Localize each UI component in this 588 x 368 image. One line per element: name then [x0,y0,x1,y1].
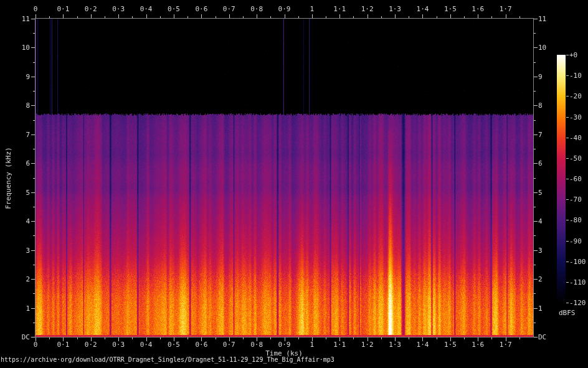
x-axis-tick-label-bottom: 1·3 [389,341,401,349]
y-axis-tick-label-left: 8 [26,101,30,110]
x-axis-tick-label-bottom: 0·3 [112,341,125,349]
x-axis-tick-label-bottom: 0·2 [85,341,97,349]
y-axis-tick-label-left: 1 [26,304,30,313]
x-axis-tick-label-top: 1·6 [472,5,484,13]
y-axis-tick-label-left: 10 [22,44,30,52]
colorbar-tick-label: -10 [569,72,582,80]
y-axis-tick-label-left: 9 [26,73,30,81]
colorbar-tick-label: -40 [569,134,582,142]
y-axis-tick-label-right: 10 [538,44,546,52]
x-axis-tick-label-bottom: 1·5 [444,341,457,349]
y-axis-title: Frequency (kHz) [4,138,13,219]
x-axis-tick-label-top: 0 [34,5,38,13]
y-axis-tick-label-right: 4 [538,217,543,225]
x-axis-tick-label-top: 0·9 [278,5,291,13]
y-axis-tick-label-right: 3 [538,247,543,255]
y-axis-tick-label-right: 2 [538,275,543,283]
colorbar-tick-label: -100 [569,258,586,266]
x-axis-tick-label-bottom: 0 [34,341,38,349]
x-axis-tick-label-top: 0·3 [112,5,125,13]
colorbar-tick-label: -30 [569,113,582,121]
colorbar-tick-label: -110 [569,278,586,286]
colorbar-tick-label: -70 [569,196,582,204]
x-axis-tick-label-top: 0·8 [250,5,263,13]
colorbar-tick-label: -90 [569,237,582,245]
y-axis-tick-label-left: 7 [26,131,30,139]
y-axis-tick-label-right: 11 [538,15,546,23]
x-axis-tick-label-bottom: 0·6 [195,341,207,349]
y-axis-tick-label-right: 1 [538,304,543,313]
colorbar-tick-label: -20 [569,92,582,100]
x-axis-tick-label-bottom: 0·9 [278,341,291,349]
x-axis-tick-label-top: 1 [310,5,315,13]
y-axis-tick-label-right: 7 [538,131,543,139]
y-axis-tick-label-right: 5 [538,189,543,197]
y-axis-tick-label-left: 2 [26,275,30,283]
x-axis-tick-label-top: 1·7 [500,5,512,13]
x-axis-tick-label-top: 1·1 [333,5,346,13]
x-axis-tick-label-bottom: 1·2 [361,341,374,349]
x-axis-tick-label-bottom: 0·5 [168,341,180,349]
colorbar-tick-label: -60 [569,175,582,183]
colorbar-tick-label: -80 [569,216,582,224]
colorbar-tick-label: -120 [569,299,586,307]
x-axis-tick-label-bottom: 0·8 [250,341,263,349]
x-axis-tick-label-top: 1·5 [444,5,457,13]
x-axis-tick-label-bottom: 0·1 [57,341,69,349]
y-axis-tick-label-right: 8 [538,101,543,110]
colorbar-title: dBFS [559,309,576,317]
x-axis-tick-label-top: 0·2 [85,5,97,13]
x-axis-tick-label-bottom: 1·7 [500,341,512,349]
y-axis-tick-label-left: 11 [22,15,30,23]
y-axis-tick-label-right: DC [538,333,546,341]
x-axis-tick-label-top: 1·4 [417,5,429,13]
x-axis-tick-label-top: 0·7 [223,5,235,13]
x-axis-tick-label-bottom: 1·4 [417,341,429,349]
colorbar-tick-label: -50 [569,154,582,163]
y-axis-tick-label-right: 6 [538,159,543,167]
x-axis-tick-label-top: 0·1 [57,5,69,13]
x-axis-tick-label-top: 0·4 [140,5,153,13]
x-axis-tick-label-bottom: 0·7 [223,341,235,349]
x-axis-tick-label-bottom: 0·4 [140,341,153,349]
x-axis-tick-label-bottom: 1·6 [472,341,484,349]
x-axis-tick-label-top: 1·3 [389,5,401,13]
y-axis-tick-label-left: 6 [26,159,30,167]
x-axis-tick-label-bottom: 1·1 [333,341,346,349]
y-axis-tick-label-right: 9 [538,73,543,81]
spectrogram-page: Frequency (kHz) Time (ks) dBFS https://a… [0,0,588,368]
x-axis-tick-label-bottom: 1 [310,341,315,349]
y-axis-tick-label-left: 5 [26,189,30,197]
colorbar-tick-label: +0 [569,51,577,59]
y-axis-tick-label-left: 3 [26,247,30,255]
footer-url: https://archive·org/download/OTRR_Dragne… [1,356,334,364]
x-axis-tick-label-top: 0·6 [195,5,207,13]
y-axis-tick-label-left: DC [22,333,30,341]
spectrogram-canvas [0,0,588,368]
x-axis-tick-label-top: 0·5 [168,5,180,13]
x-axis-tick-label-top: 1·2 [361,5,374,13]
y-axis-tick-label-left: 4 [26,217,30,225]
